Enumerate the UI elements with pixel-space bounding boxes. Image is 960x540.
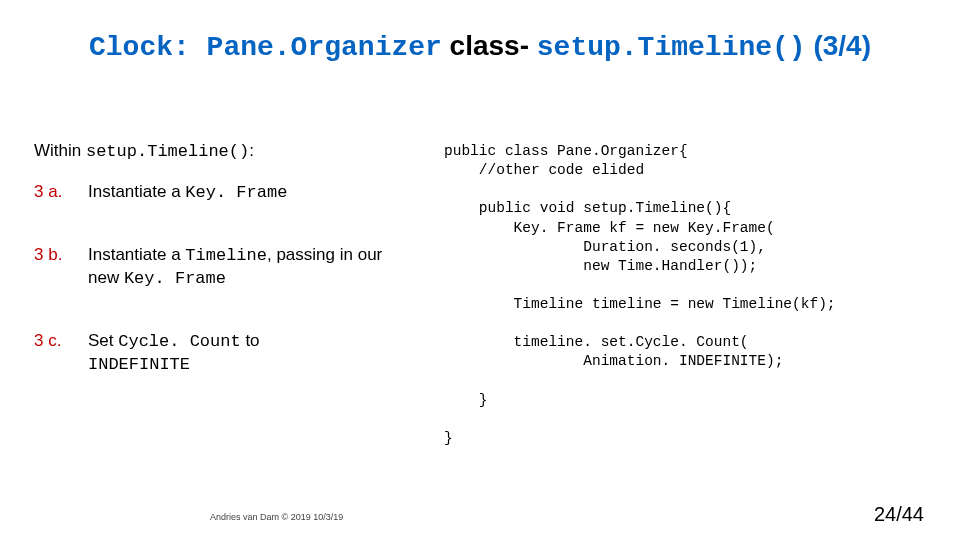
step-num-3b: 3 b. (34, 244, 88, 290)
step-3c-pre: Set (88, 331, 118, 350)
step-3b-pre: Instantiate a (88, 245, 185, 264)
step-body-3a: Instantiate a Key. Frame (88, 181, 414, 204)
step-3c-code: Cycle. Count (118, 332, 240, 351)
title-part-2: class- (442, 30, 537, 61)
left-column: Within setup.Timeline(): 3 a. Instantiat… (34, 140, 414, 417)
title-part-4: (3/4) (806, 30, 871, 61)
slide-title: Clock: Pane.Organizer class- setup.Timel… (0, 30, 960, 63)
footer-credit: Andries van Dam © 2019 10/3/19 (210, 512, 343, 522)
within-method: setup.Timeline() (86, 142, 249, 161)
step-3c-mid: to (241, 331, 260, 350)
step-3c: 3 c. Set Cycle. Count to INDEFINITE (34, 330, 414, 376)
title-part-1: Clock: Pane.Organizer (89, 32, 442, 63)
code-block: public class Pane.Organizer{ //other cod… (444, 142, 836, 448)
step-3a: 3 a. Instantiate a Key. Frame (34, 181, 414, 204)
step-body-3c: Set Cycle. Count to INDEFINITE (88, 330, 414, 376)
within-line: Within setup.Timeline(): (34, 140, 414, 163)
footer-page-number: 24/44 (874, 503, 924, 526)
step-num-3c: 3 c. (34, 330, 88, 376)
within-colon: : (249, 141, 254, 160)
step-3b-code2: Key. Frame (124, 269, 226, 288)
step-3a-pre: Instantiate a (88, 182, 185, 201)
step-3a-code: Key. Frame (185, 183, 287, 202)
slide-root: Clock: Pane.Organizer class- setup.Timel… (0, 0, 960, 540)
title-part-3: setup.Timeline() (537, 32, 806, 63)
within-label: Within (34, 141, 86, 160)
step-body-3b: Instantiate a Timeline, passing in our n… (88, 244, 414, 290)
step-3c-code2: INDEFINITE (88, 355, 190, 374)
step-3b: 3 b. Instantiate a Timeline, passing in … (34, 244, 414, 290)
step-num-3a: 3 a. (34, 181, 88, 204)
step-3b-code: Timeline (185, 246, 267, 265)
